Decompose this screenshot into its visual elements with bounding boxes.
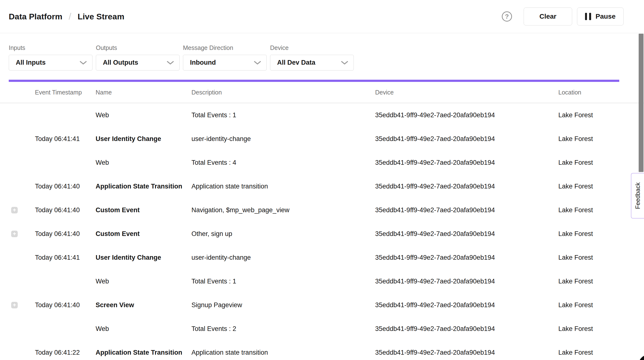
- cell-name: Web: [96, 159, 192, 167]
- cell-description: Signup Pageview: [192, 301, 375, 309]
- table-row[interactable]: + Today 06:41:22 Application State Trans…: [0, 341, 644, 360]
- cell-event-timestamp: Today 06:41:40: [35, 230, 96, 238]
- message-direction-dropdown[interactable]: Inbound: [183, 55, 267, 70]
- cell-description: Navigation, $mp_web_page_view: [192, 206, 375, 214]
- cell-device: 35eddb41-9ff9-49e2-7aed-20afa90eb194: [375, 230, 558, 238]
- cell-description: Application state transition: [192, 349, 375, 356]
- app-header: Data Platform / Live Stream ? Clear Paus…: [0, 0, 644, 33]
- cell-description: Other, sign up: [192, 230, 375, 238]
- cell-description: Total Events : 2: [192, 325, 375, 333]
- header-actions: ? Clear Pause: [502, 7, 624, 25]
- cell-device: 35eddb41-9ff9-49e2-7aed-20afa90eb194: [375, 254, 558, 261]
- feedback-tab-label: Feedback: [634, 182, 641, 209]
- filter-inputs: Inputs All Inputs: [9, 44, 92, 70]
- expand-cell: +: [9, 349, 35, 356]
- cell-name: Screen View: [96, 301, 192, 309]
- expand-icon[interactable]: +: [11, 207, 18, 213]
- chevron-down-icon: [80, 61, 87, 65]
- table-row[interactable]: + Web Total Events : 2 35eddb41-9ff9-49e…: [0, 317, 644, 341]
- table-row[interactable]: + Today 06:41:40 Application State Trans…: [0, 175, 644, 198]
- inputs-dropdown[interactable]: All Inputs: [9, 55, 92, 70]
- cell-event-timestamp: Today 06:41:40: [35, 301, 96, 309]
- filter-message-direction-label: Message Direction: [183, 44, 267, 51]
- expand-cell: +: [9, 183, 35, 190]
- cell-description: Total Events : 1: [192, 278, 375, 285]
- cell-name: Application State Transition: [96, 349, 192, 356]
- cell-location: Lake Forest: [558, 325, 644, 333]
- cell-location: Lake Forest: [558, 301, 644, 309]
- cell-description: user-identity-change: [192, 254, 375, 261]
- cell-name: Custom Event: [96, 206, 192, 214]
- pause-button[interactable]: Pause: [577, 7, 624, 25]
- column-header-device: Device: [375, 89, 558, 96]
- table-row[interactable]: + Web Total Events : 1 35eddb41-9ff9-49e…: [0, 269, 644, 293]
- filter-message-direction: Message Direction Inbound: [183, 44, 267, 70]
- help-icon[interactable]: ?: [502, 11, 512, 21]
- cell-device: 35eddb41-9ff9-49e2-7aed-20afa90eb194: [375, 135, 558, 143]
- expand-cell: +: [9, 160, 35, 166]
- cell-location: Lake Forest: [558, 159, 644, 167]
- clear-button[interactable]: Clear: [524, 7, 572, 25]
- column-header-location: Location: [558, 89, 644, 96]
- vertical-scrollbar-thumb[interactable]: [639, 34, 644, 172]
- cell-name: Web: [96, 278, 192, 285]
- cell-event-timestamp: Today 06:41:41: [35, 254, 96, 261]
- expand-cell: +: [9, 254, 35, 261]
- column-header-event-timestamp: Event Timestamp: [35, 89, 96, 96]
- table-body: + Web Total Events : 1 35eddb41-9ff9-49e…: [0, 103, 644, 360]
- cell-name: User Identity Change: [96, 254, 192, 261]
- table-row[interactable]: + Today 06:41:41 User Identity Change us…: [0, 246, 644, 269]
- pause-button-label: Pause: [596, 12, 616, 20]
- pause-icon: [585, 13, 591, 20]
- table-row[interactable]: + Web Total Events : 1 35eddb41-9ff9-49e…: [0, 103, 644, 127]
- cell-device: 35eddb41-9ff9-49e2-7aed-20afa90eb194: [375, 301, 558, 309]
- breadcrumb-live-stream: Live Stream: [78, 12, 124, 21]
- message-direction-dropdown-value: Inbound: [190, 59, 216, 66]
- breadcrumb-separator: /: [69, 11, 71, 22]
- cell-description: Application state transition: [192, 183, 375, 190]
- table-row[interactable]: + Web Total Events : 4 35eddb41-9ff9-49e…: [0, 151, 644, 175]
- expand-icon[interactable]: +: [11, 231, 18, 237]
- chevron-down-icon: [254, 61, 261, 65]
- cell-location: Lake Forest: [558, 278, 644, 285]
- table-row[interactable]: + Today 06:41:40 Custom Event Navigation…: [0, 198, 644, 222]
- cell-device: 35eddb41-9ff9-49e2-7aed-20afa90eb194: [375, 278, 558, 285]
- filter-bar: Inputs All Inputs Outputs All Outputs Me…: [9, 44, 644, 70]
- chevron-down-icon: [341, 61, 348, 65]
- expand-cell: +: [9, 231, 35, 237]
- cell-name: Web: [96, 111, 192, 119]
- cell-device: 35eddb41-9ff9-49e2-7aed-20afa90eb194: [375, 206, 558, 214]
- cell-event-timestamp: Today 06:41:40: [35, 183, 96, 190]
- table-row[interactable]: + Today 06:41:40 Screen View Signup Page…: [0, 293, 644, 317]
- feedback-tab[interactable]: Feedback: [631, 173, 644, 218]
- cell-name: User Identity Change: [96, 135, 192, 143]
- filter-device-label: Device: [270, 44, 354, 51]
- cell-location: Lake Forest: [558, 349, 644, 356]
- cell-description: user-identity-change: [192, 135, 375, 143]
- device-dropdown[interactable]: All Dev Data: [270, 55, 354, 70]
- table-row[interactable]: + Today 06:41:41 User Identity Change us…: [0, 127, 644, 151]
- table-header: Event Timestamp Name Description Device …: [0, 82, 644, 103]
- breadcrumb-data-platform[interactable]: Data Platform: [9, 12, 62, 21]
- expand-cell: +: [9, 278, 35, 285]
- expand-cell: +: [9, 207, 35, 213]
- cell-location: Lake Forest: [558, 135, 644, 143]
- cell-device: 35eddb41-9ff9-49e2-7aed-20afa90eb194: [375, 183, 558, 190]
- device-dropdown-value: All Dev Data: [277, 59, 316, 66]
- cell-location: Lake Forest: [558, 254, 644, 261]
- outputs-dropdown[interactable]: All Outputs: [96, 55, 180, 70]
- table-row[interactable]: + Today 06:41:40 Custom Event Other, sig…: [0, 222, 644, 246]
- cell-description: Total Events : 4: [192, 159, 375, 167]
- breadcrumb: Data Platform / Live Stream: [9, 11, 124, 22]
- filter-outputs-label: Outputs: [96, 44, 180, 51]
- expand-cell: +: [9, 326, 35, 332]
- expand-cell: +: [9, 112, 35, 119]
- filter-outputs: Outputs All Outputs: [96, 44, 180, 70]
- expand-icon[interactable]: +: [11, 302, 18, 308]
- filter-device: Device All Dev Data: [270, 44, 354, 70]
- column-header-name: Name: [96, 89, 192, 96]
- column-header-description: Description: [192, 89, 375, 96]
- cell-device: 35eddb41-9ff9-49e2-7aed-20afa90eb194: [375, 111, 558, 119]
- cell-location: Lake Forest: [558, 230, 644, 238]
- expand-cell: +: [9, 136, 35, 142]
